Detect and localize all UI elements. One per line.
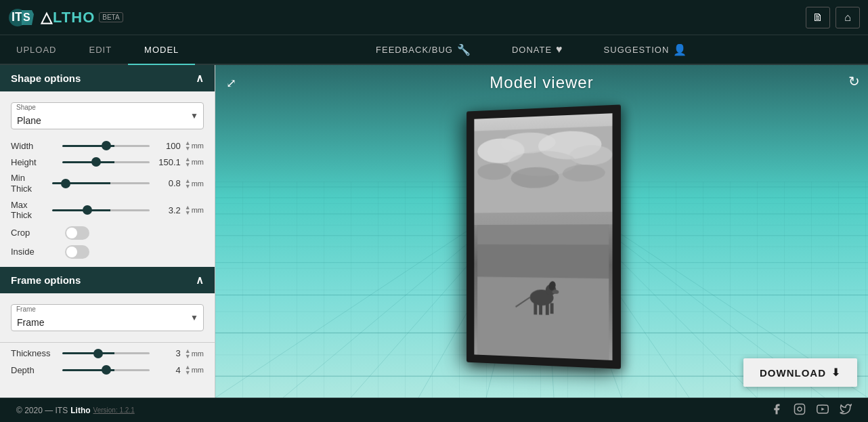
thickness-label: Thickness bbox=[11, 348, 58, 358]
width-stepper[interactable]: ▲▼ bbox=[185, 140, 191, 151]
svg-rect-44 bbox=[795, 404, 805, 414]
min-thick-unit-label: mm bbox=[192, 180, 204, 188]
width-unit: ▲▼ mm bbox=[185, 140, 204, 151]
download-icon: ⬇ bbox=[831, 366, 841, 379]
inside-row: Inside bbox=[0, 242, 215, 261]
frame-options-title: Frame options bbox=[11, 274, 81, 286]
fit-view-button[interactable]: ⤢ bbox=[223, 73, 239, 93]
crop-toggle-knob bbox=[66, 228, 77, 238]
thickness-value: 3 bbox=[154, 348, 181, 358]
svg-rect-39 bbox=[539, 303, 542, 315]
sky-svg bbox=[474, 113, 612, 225]
file-button[interactable]: 🗎 bbox=[806, 7, 830, 28]
shape-select[interactable]: Plane Cylinder Sphere Box bbox=[11, 102, 204, 129]
svg-rect-40 bbox=[546, 303, 549, 315]
depth-stepper[interactable]: ▲▼ bbox=[185, 364, 191, 375]
max-thick-label: Max Thick bbox=[11, 200, 48, 221]
feedback-link[interactable]: FEEDBACK/BUG 🔧 bbox=[376, 43, 471, 56]
footer: © 2020 — ITS Litho Version: 1.2.1 bbox=[0, 398, 868, 422]
beta-badge: BETA bbox=[99, 12, 123, 22]
min-thick-stepper[interactable]: ▲▼ bbox=[185, 178, 191, 189]
tab-upload[interactable]: UPLOAD bbox=[0, 35, 72, 65]
tab-model[interactable]: MODEL bbox=[128, 35, 195, 65]
depth-value: 4 bbox=[154, 365, 181, 375]
frame-select-label: Frame bbox=[16, 305, 36, 313]
thickness-slider[interactable] bbox=[62, 352, 150, 354]
frame-select[interactable]: Frame None Simple Ornate bbox=[11, 304, 204, 331]
shape-options-header[interactable]: Shape options ∧ bbox=[0, 65, 215, 91]
width-label: Width bbox=[11, 141, 58, 151]
max-thick-unit-label: mm bbox=[192, 206, 204, 214]
nav-center: FEEDBACK/BUG 🔧 DONATE ♥ SUGGESTION 👤 bbox=[195, 35, 868, 64]
heart-icon: ♥ bbox=[556, 43, 563, 56]
min-thick-unit: ▲▼ mm bbox=[185, 178, 204, 189]
frame-inner bbox=[474, 113, 612, 360]
beach-svg bbox=[474, 224, 612, 360]
download-button[interactable]: DOWNLOAD ⬇ bbox=[743, 358, 857, 387]
header-right: 🗎 ⌂ bbox=[806, 7, 860, 28]
shape-select-group: Shape Plane Cylinder Sphere Box ▼ bbox=[0, 97, 215, 138]
home-button[interactable]: ⌂ bbox=[836, 7, 860, 28]
max-thick-stepper[interactable]: ▲▼ bbox=[185, 205, 191, 215]
shape-options-content: Shape Plane Cylinder Sphere Box ▼ Width … bbox=[0, 91, 215, 267]
thickness-unit: ▲▼ mm bbox=[185, 348, 204, 359]
viewer-title: Model viewer bbox=[490, 73, 593, 92]
frame-options-content: Frame Frame None Simple Ornate ▼ Thickne… bbox=[0, 293, 215, 383]
beach-area bbox=[474, 224, 612, 360]
thickness-unit-label: mm bbox=[192, 350, 204, 358]
thickness-stepper[interactable]: ▲▼ bbox=[185, 348, 191, 359]
logo-icon: IT S bbox=[8, 5, 37, 30]
inside-label: Inside bbox=[11, 247, 58, 257]
person-icon: 👤 bbox=[673, 43, 687, 56]
donate-link[interactable]: DONATE ♥ bbox=[512, 43, 563, 56]
min-thick-slider[interactable] bbox=[52, 182, 150, 184]
inside-toggle[interactable] bbox=[65, 245, 89, 259]
inside-toggle-knob bbox=[66, 247, 77, 257]
depth-unit-label: mm bbox=[192, 366, 204, 374]
youtube-icon[interactable] bbox=[817, 403, 829, 418]
refresh-button[interactable]: ↻ bbox=[848, 73, 860, 89]
svg-rect-41 bbox=[550, 303, 554, 314]
max-thick-row: Max Thick 3.2 ▲▼ mm bbox=[0, 197, 215, 224]
frame-options-header[interactable]: Frame options ∧ bbox=[0, 267, 215, 293]
copyright-text: © 2020 — ITS bbox=[16, 406, 68, 415]
height-unit-label: mm bbox=[192, 158, 204, 166]
svg-rect-38 bbox=[534, 303, 537, 315]
tab-edit[interactable]: EDIT bbox=[72, 35, 128, 65]
shape-options-chevron: ∧ bbox=[196, 72, 204, 85]
depth-slider[interactable] bbox=[62, 369, 150, 371]
suggestion-link[interactable]: SUGGESTION 👤 bbox=[604, 43, 688, 56]
frame-outer bbox=[466, 104, 621, 368]
brand-name: Litho bbox=[70, 406, 90, 415]
footer-social bbox=[771, 403, 852, 418]
frame-3d bbox=[466, 104, 621, 368]
max-thick-slider[interactable] bbox=[52, 209, 150, 211]
thickness-row: Thickness 3 ▲▼ mm bbox=[0, 345, 215, 362]
height-unit: ▲▼ mm bbox=[185, 156, 204, 167]
model-viewer[interactable]: ⤢ Model viewer ↻ bbox=[215, 65, 868, 398]
instagram-icon[interactable] bbox=[794, 403, 806, 418]
depth-row: Depth 4 ▲▼ mm bbox=[0, 362, 215, 378]
min-thick-label: Min Thick bbox=[11, 173, 48, 194]
crop-row: Crop bbox=[0, 224, 215, 242]
twitter-icon[interactable] bbox=[840, 403, 852, 418]
svg-rect-34 bbox=[477, 276, 609, 360]
file-icon: 🗎 bbox=[812, 12, 823, 24]
height-stepper[interactable]: ▲▼ bbox=[185, 156, 191, 167]
frame-options-chevron: ∧ bbox=[196, 274, 204, 287]
crop-label: Crop bbox=[11, 228, 58, 238]
download-label: DOWNLOAD bbox=[760, 367, 826, 379]
logo-text: △LTHO bbox=[41, 9, 95, 26]
facebook-icon[interactable] bbox=[771, 403, 783, 418]
wrench-icon: 🔧 bbox=[457, 43, 471, 56]
width-slider[interactable] bbox=[62, 145, 150, 147]
sky-area bbox=[474, 113, 612, 225]
viewer-controls: ⤢ bbox=[223, 73, 239, 93]
feedback-label: FEEDBACK/BUG bbox=[376, 45, 453, 55]
suggestion-label: SUGGESTION bbox=[604, 45, 670, 55]
donate-label: DONATE bbox=[512, 45, 552, 55]
crop-toggle[interactable] bbox=[65, 226, 89, 240]
height-slider[interactable] bbox=[62, 161, 150, 163]
height-value: 150.1 bbox=[154, 157, 181, 167]
sidebar: Shape options ∧ Shape Plane Cylinder Sph… bbox=[0, 65, 215, 398]
